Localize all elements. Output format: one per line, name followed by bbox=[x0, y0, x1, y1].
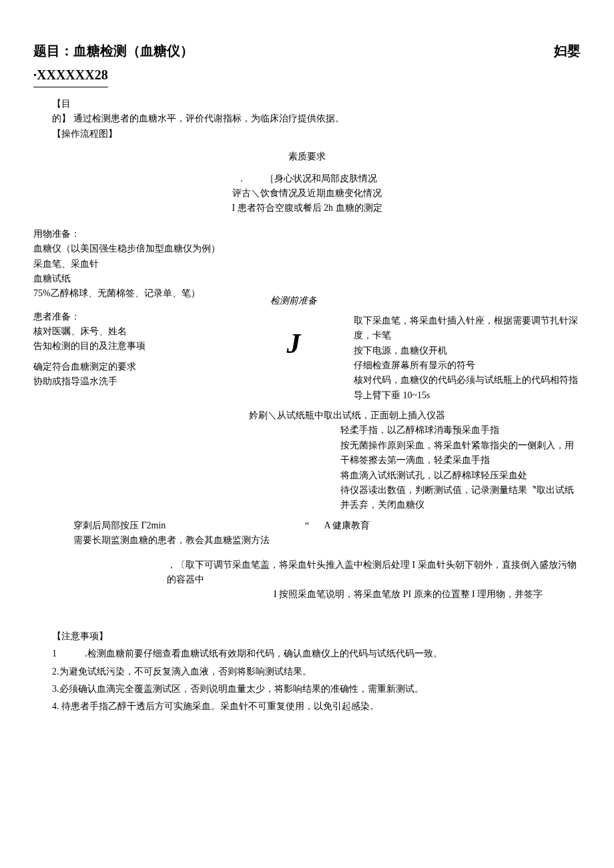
operate-right-block: 轻柔手指，以乙醇棉球消毒预采血手指 按无菌操作原则采血，将采血针紧靠指尖的一侧刺… bbox=[33, 423, 581, 512]
op-r4: 待仪器读出数值，判断测试值，记录测量结果〝取出试纸并丢弃，关闭血糖仪 bbox=[340, 483, 581, 513]
doc-code: ·XXXXXX28 bbox=[33, 64, 108, 87]
notes-list: 1 .检测血糖前要仔细查看血糖试纸有效期和代码，确认血糖仪上的代码与试纸代码一致… bbox=[52, 646, 581, 715]
assess-line1: ． ［身心状况和局部皮肤情况 bbox=[33, 171, 581, 186]
patient-2: 告知检测的目的及注意事项 bbox=[33, 339, 234, 354]
assess-line2: 评古＼饮食情况及近期血糖变化情况 bbox=[33, 186, 581, 201]
notes-block: 【注意事项】 1 .检测血糖前要仔细查看血糖试纸有效期和代码，确认血糖仪上的代码… bbox=[33, 629, 581, 715]
supply-3: 血糖试纸 bbox=[33, 272, 234, 286]
flow-label: 【操作流程图】 bbox=[52, 127, 581, 141]
device-1: 取下采血笔，将采血针插入针座，根据需要调节扎针深度，卡笔 bbox=[354, 314, 581, 344]
edu-left: 穿刺后局部按压 Γ2min 需要长期监测血糖的患者，教会其血糖监测方法 bbox=[33, 518, 300, 548]
purpose-label-close: 的】 bbox=[52, 113, 71, 123]
assess-block: ． ［身心状况和局部皮肤情况 评古＼饮食情况及近期血糖变化情况 I 患者符合空腹… bbox=[33, 171, 581, 216]
title-left: 题目：血糖检测（血糖仪） bbox=[33, 40, 194, 61]
prep-right: 取下采血笔，将采血针插入针座，根据需要调节扎针深度，卡笔 按下电源，血糖仪开机 … bbox=[354, 227, 581, 403]
patient-title: 患者准备： bbox=[33, 310, 234, 324]
op-r3: 将血滴入试纸测试孔，以乙醇棉球轻压采血处 bbox=[340, 468, 581, 483]
operate-mid-line: 妗刷＼从试纸瓶中取出试纸，正面朝上插入仪器 bbox=[33, 408, 581, 423]
device-2: 按下电源，血糖仪开机 bbox=[354, 344, 581, 358]
assess-line3: I 患者符合空腹或餐后 2h 血糖的测定 bbox=[33, 201, 581, 215]
patient-4: 协助或指导温水洗手 bbox=[33, 374, 234, 389]
op-r1: 轻柔手指，以乙醇棉球消毒预采血手指 bbox=[340, 423, 581, 438]
edu-mid: A 健康教育 bbox=[314, 518, 380, 533]
quality-req: 素质要求 bbox=[33, 149, 581, 164]
note-4: 4. 待患者手指乙醇干透后方可实施采血。采血针不可重复使用，以免引起感染。 bbox=[52, 699, 581, 714]
header-row: 题目：血糖检测（血糖仪） 妇婴 bbox=[33, 40, 581, 61]
prep-mid: 检测前准备 J bbox=[254, 227, 334, 367]
purpose-text: 通过检测患者的血糖水平，评价代谢指标，为临床治疗提供依据。 bbox=[73, 113, 344, 123]
title-right: 妇婴 bbox=[554, 40, 581, 61]
j-mark: J bbox=[254, 322, 334, 366]
supply-4: 75%乙醇棉球、无菌棉签、记录单、笔） bbox=[33, 286, 234, 301]
op-r2: 按无菌操作原则采血，将采血针紧靠指尖的一侧刺入，用干棉签擦去第一滴血，轻柔采血手… bbox=[340, 438, 581, 468]
edu-left2: 需要长期监测血糖的患者，教会其血糖监测方法 bbox=[73, 533, 300, 548]
purpose-block: 【目 的】 通过检测患者的血糖水平，评价代谢指标，为临床治疗提供依据。 bbox=[52, 97, 581, 127]
post-line2: I 按照采血笔说明，将采血笔放 PI 原来的位置整 I 理用物，并签字 bbox=[167, 587, 581, 602]
supply-1: 血糖仪（以美国强生稳步倍加型血糖仪为例） bbox=[33, 242, 234, 256]
patient-1: 核对医嘱、床号、姓名 bbox=[33, 324, 234, 339]
device-3: 仔细检查屏幕所有显示的符号 bbox=[354, 358, 581, 373]
prep-columns: 用物准备： 血糖仪（以美国强生稳步倍加型血糖仪为例） 采血笔、采血针 血糖试纸 … bbox=[33, 227, 581, 403]
edu-left1: 穿刺后局部按压 Γ2min bbox=[73, 518, 300, 533]
note-3: 3.必须确认血滴完全覆盖测试区，否则说明血量太少，将影响结果的准确性，需重新测试… bbox=[52, 682, 581, 697]
post-block: ，〔取下可调节采血笔盖，将采血针头推入盖中检测后处理 I 采血针头朝下朝外，直接… bbox=[33, 558, 581, 602]
prep-mid-label: 检测前准备 bbox=[254, 294, 334, 308]
prep-left: 用物准备： 血糖仪（以美国强生稳步倍加型血糖仪为例） 采血笔、采血针 血糖试纸 … bbox=[33, 227, 234, 390]
note-2: 2.为避免试纸污染，不可反复滴入血液，否则将影响测试结果。 bbox=[52, 665, 581, 679]
patient-3: 确定符合血糖测定的要求 bbox=[33, 360, 234, 374]
edu-row: 穿刺后局部按压 Γ2min 需要长期监测血糖的患者，教会其血糖监测方法 “ A … bbox=[33, 518, 581, 548]
purpose-label-open: 【目 bbox=[52, 97, 581, 111]
supply-2: 采血笔、采血针 bbox=[33, 257, 234, 272]
post-line1: ，〔取下可调节采血笔盖，将采血针头推入盖中检测后处理 I 采血针头朝下朝外，直接… bbox=[167, 558, 581, 588]
note-1: 1 .检测血糖前要仔细查看血糖试纸有效期和代码，确认血糖仪上的代码与试纸代码一致… bbox=[52, 646, 581, 661]
operate-right: 轻柔手指，以乙醇棉球消毒预采血手指 按无菌操作原则采血，将采血针紧靠指尖的一侧刺… bbox=[340, 423, 581, 512]
device-4: 核对代码，血糖仪的代码必须与试纸瓶上的代码相符指导上臂下垂 10~15s bbox=[354, 373, 581, 403]
notes-title: 【注意事项】 bbox=[52, 629, 581, 644]
supply-title: 用物准备： bbox=[33, 227, 234, 242]
edu-quote: “ bbox=[300, 518, 314, 533]
